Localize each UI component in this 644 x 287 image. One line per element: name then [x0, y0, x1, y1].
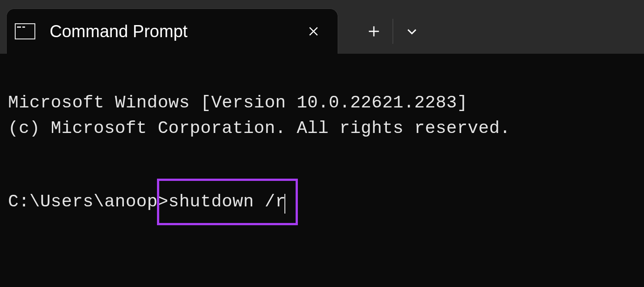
typed-command[interactable]: shutdown /r — [169, 192, 286, 212]
close-tab-button[interactable] — [305, 22, 322, 40]
prompt-line: C:\Users\anoop>shutdown /r — [8, 189, 285, 215]
new-tab-button[interactable] — [360, 22, 387, 40]
close-icon — [308, 26, 319, 37]
titlebar-divider — [393, 19, 393, 44]
banner-line-1: Microsoft Windows [Version 10.0.22621.22… — [8, 93, 468, 113]
tab-dropdown-button[interactable] — [398, 22, 425, 40]
terminal-window: Command Prompt — [0, 0, 644, 287]
terminal-output[interactable]: Microsoft Windows [Version 10.0.22621.22… — [0, 54, 644, 287]
banner-line-2: (c) Microsoft Corporation. All rights re… — [8, 119, 510, 138]
plus-icon — [367, 25, 381, 38]
chevron-down-icon — [405, 25, 419, 38]
text-cursor — [284, 194, 285, 214]
prompt-path: C:\Users\anoop> — [8, 192, 169, 212]
titlebar-actions — [360, 9, 425, 54]
tab-title: Command Prompt — [50, 22, 187, 41]
tab-command-prompt[interactable]: Command Prompt — [6, 9, 338, 54]
cmd-icon — [15, 23, 35, 39]
titlebar: Command Prompt — [0, 0, 644, 54]
